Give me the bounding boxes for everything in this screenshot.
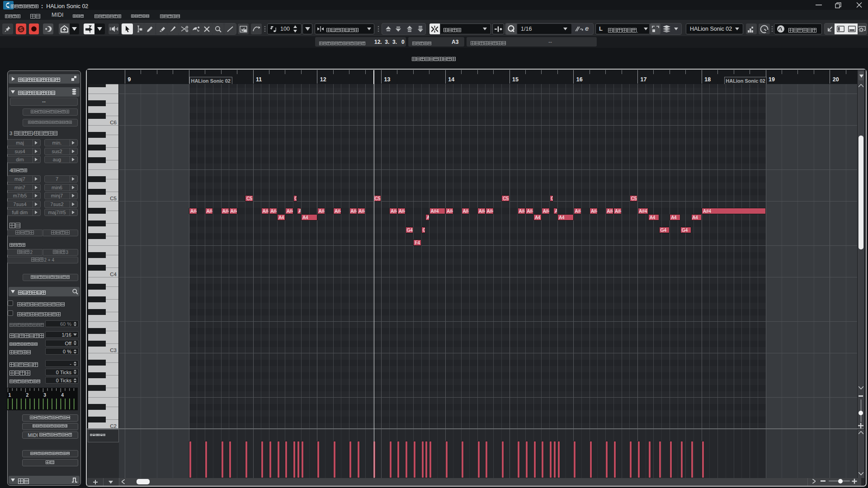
svg-text:14: 14 (448, 76, 454, 83)
svg-text:C2: C2 (110, 423, 117, 429)
svg-text:S: S (19, 26, 23, 33)
svg-text:4: 4 (61, 392, 64, 398)
svg-text:C6: C6 (110, 120, 117, 125)
svg-text:C4: C4 (110, 272, 117, 277)
svg-text:15: 15 (512, 76, 519, 83)
svg-text:12: 12 (320, 76, 326, 83)
svg-text:18: 18 (704, 76, 711, 83)
svg-text:17: 17 (641, 76, 647, 83)
svg-text:3: 3 (43, 392, 46, 398)
svg-text:C3: C3 (110, 347, 117, 353)
svg-text:19: 19 (769, 76, 775, 83)
svg-text:11: 11 (256, 76, 262, 83)
svg-text:HALion Sonic 02: HALion Sonic 02 (726, 78, 765, 84)
svg-text:16: 16 (576, 76, 583, 83)
svg-text:1: 1 (9, 392, 11, 398)
svg-text:9: 9 (128, 76, 131, 83)
svg-text:13: 13 (384, 76, 391, 83)
svg-text:2: 2 (26, 392, 28, 398)
svg-text:20: 20 (833, 76, 839, 83)
svg-text:C5: C5 (110, 196, 117, 201)
svg-text:HALion Sonic 02: HALion Sonic 02 (191, 78, 230, 84)
